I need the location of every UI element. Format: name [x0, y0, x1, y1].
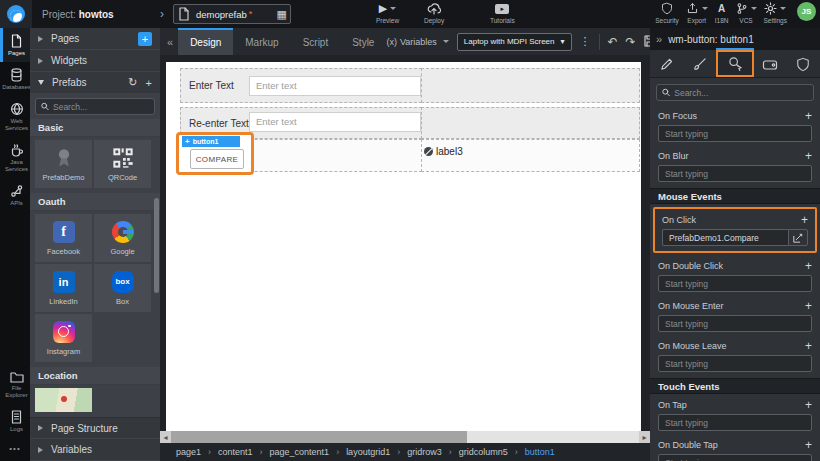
open-page-tab[interactable]: demoprefab * ▦ — [173, 4, 291, 24]
prefab-tile-google[interactable]: Google — [94, 214, 151, 262]
events-search-box[interactable] — [656, 84, 814, 101]
on-mouse-enter-input[interactable] — [658, 315, 812, 332]
security-button[interactable]: Security — [655, 2, 678, 24]
chevron-right-icon — [38, 58, 43, 64]
on-double-click-input[interactable] — [658, 275, 812, 292]
tutorials-button[interactable]: ▸ Tutorials — [490, 2, 515, 24]
edit-script-button[interactable] — [788, 229, 808, 246]
label3-widget[interactable]: label3 — [424, 146, 463, 157]
undo-icon[interactable]: ↶ — [608, 36, 618, 48]
export-button[interactable]: Export — [686, 2, 708, 24]
add-event-icon[interactable]: + — [805, 150, 812, 162]
prefab-search-input[interactable] — [53, 102, 149, 112]
on-mouse-leave-input[interactable] — [658, 355, 812, 372]
selected-widget-tag[interactable]: + button1 — [182, 136, 240, 147]
add-event-icon[interactable]: + — [805, 300, 812, 312]
prefab-tile-qrcode[interactable]: QRCode — [94, 140, 151, 188]
properties-panel: » wm-button: button1 On Focus + On Blur — [650, 28, 820, 461]
i18n-button[interactable]: A I18N — [715, 2, 729, 24]
search-icon — [662, 88, 670, 97]
collapse-sidebar-icon[interactable]: « — [160, 36, 178, 48]
dashboard-grid-icon[interactable]: ▦ — [277, 8, 286, 21]
breadcrumb-gridrow3[interactable]: gridrow3 — [407, 447, 442, 457]
redo-icon[interactable]: ↷ — [626, 36, 636, 48]
preview-button[interactable]: ▶ Preview — [376, 2, 399, 24]
event-row-on-mouse-leave: On Mouse Leave + — [650, 338, 820, 353]
breadcrumb-layoutgrid1[interactable]: layoutgrid1 — [346, 447, 390, 457]
sidebar-section-pages[interactable]: Pages + — [30, 28, 160, 50]
scrollbar-thumb[interactable] — [171, 431, 467, 443]
tab-styles[interactable] — [683, 50, 716, 77]
settings-button[interactable]: Settings — [764, 2, 788, 24]
rail-item-pages[interactable]: Pages — [0, 28, 30, 62]
tab-design[interactable]: Design — [178, 28, 233, 55]
sidebar-section-widgets[interactable]: Widgets — [30, 50, 160, 72]
box-icon: box — [112, 271, 134, 293]
prefab-tile-box[interactable]: box Box — [94, 264, 151, 312]
on-focus-input[interactable] — [658, 125, 812, 142]
breadcrumb-content1[interactable]: content1 — [218, 447, 253, 457]
prefab-tile-linkedin[interactable]: in LinkedIn — [35, 264, 92, 312]
breadcrumb-page-content1[interactable]: page_content1 — [270, 447, 330, 457]
prefab-search-box[interactable] — [35, 98, 155, 115]
rail-item-databases[interactable]: Databases — [0, 62, 30, 96]
rail-item-web-services[interactable]: Web Services — [0, 96, 30, 137]
design-canvas[interactable]: Enter Text Re-enter Text — [166, 62, 641, 431]
tab-style[interactable]: Style — [340, 28, 386, 55]
sidebar-section-variables[interactable]: Variables — [30, 439, 160, 461]
rail-item-java-services[interactable]: Java Services — [0, 137, 30, 178]
tab-device[interactable] — [754, 50, 787, 77]
rail-item-file-explorer[interactable]: File Explorer — [0, 365, 30, 404]
prefab-tile-facebook[interactable]: f Facebook — [35, 214, 92, 262]
on-blur-input[interactable] — [658, 165, 812, 182]
prefab-tile-prefabdemo[interactable]: PrefabDemo — [35, 140, 92, 188]
event-row-on-focus: On Focus + — [650, 108, 820, 123]
wavemaker-logo[interactable] — [0, 0, 32, 28]
scroll-right-arrow[interactable]: ▸ — [639, 431, 650, 443]
rail-item-logs[interactable]: Logs — [0, 404, 30, 438]
sidebar-scrollbar[interactable] — [154, 198, 159, 293]
on-tap-input[interactable] — [658, 414, 812, 431]
more-options-icon[interactable]: ••• — [0, 438, 30, 461]
on-click-input[interactable] — [662, 229, 788, 246]
add-event-icon[interactable]: + — [805, 260, 812, 272]
tab-security[interactable] — [787, 50, 820, 77]
grid-cell[interactable] — [421, 68, 640, 103]
events-search-input[interactable] — [674, 88, 808, 98]
sidebar-section-page-structure[interactable]: Page Structure — [30, 417, 160, 439]
vcs-button[interactable]: VCS — [736, 2, 757, 24]
kebab-menu-icon[interactable]: ⋮ — [580, 35, 591, 48]
add-event-icon[interactable]: + — [805, 340, 812, 352]
breadcrumb-gridcolumn5[interactable]: gridcolumn5 — [459, 447, 508, 457]
text-input-2[interactable] — [249, 112, 421, 132]
canvas-horizontal-scrollbar[interactable]: ◂ ▸ — [160, 431, 650, 443]
add-page-button[interactable]: + — [138, 32, 152, 46]
device-selector[interactable]: Laptop with MDPI Screen ▾ — [457, 33, 572, 51]
add-event-icon[interactable]: + — [805, 110, 812, 122]
text-input-1[interactable] — [249, 76, 421, 96]
tab-script[interactable]: Script — [291, 28, 341, 55]
breadcrumb-button1[interactable]: button1 — [525, 447, 555, 457]
tab-events[interactable] — [716, 50, 753, 77]
add-event-icon[interactable]: + — [805, 439, 812, 451]
prefab-tile-map[interactable] — [35, 388, 92, 412]
add-event-icon[interactable]: + — [805, 399, 812, 411]
scroll-left-arrow[interactable]: ◂ — [160, 431, 171, 443]
grid-cell[interactable] — [421, 107, 640, 139]
import-prefab-button[interactable]: + — [146, 77, 152, 89]
prefab-tile-instagram[interactable]: Instagram — [35, 314, 92, 362]
add-event-icon[interactable]: + — [801, 214, 808, 226]
breadcrumb-page1[interactable]: page1 — [176, 447, 201, 457]
deploy-button[interactable]: Deploy — [424, 2, 444, 24]
variables-button[interactable]: (x) Variables — [386, 37, 448, 47]
refresh-icon[interactable]: ↻ — [128, 76, 137, 89]
tab-markup[interactable]: Markup — [233, 28, 290, 55]
rail-item-apis[interactable]: APIs — [0, 178, 30, 212]
on-double-tap-input[interactable] — [658, 454, 812, 461]
user-avatar[interactable]: JS — [797, 2, 816, 21]
compare-button[interactable]: COMPARE — [190, 149, 244, 169]
sidebar-section-prefabs[interactable]: Prefabs ↻ + — [30, 72, 160, 94]
collapse-panel-icon[interactable]: » — [650, 33, 668, 45]
tab-markup-pencil[interactable] — [650, 50, 683, 77]
grid-cell[interactable]: Enter Text — [180, 68, 422, 103]
